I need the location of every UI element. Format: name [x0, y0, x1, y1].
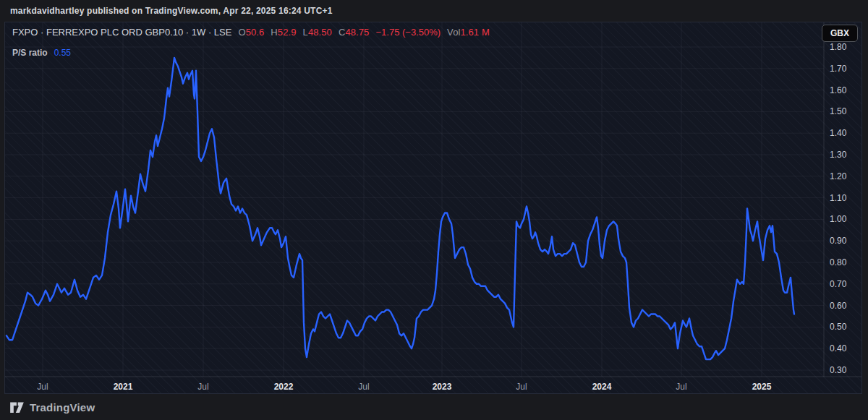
y-axis-label: 0.30: [830, 365, 864, 376]
y-axis-label: 1.70: [830, 64, 864, 74]
x-axis-label: Jul: [498, 382, 545, 392]
x-axis-label: Jul: [20, 382, 66, 392]
y-axis-label: 1.60: [830, 85, 864, 96]
x-axis-label: 2025: [739, 382, 785, 392]
y-axis-label: 0.80: [830, 257, 864, 268]
high-label: H: [271, 27, 278, 38]
publish-text: markdavidhartley published on TradingVie…: [10, 6, 333, 16]
x-axis-label: 2023: [419, 382, 465, 392]
ohlc-high: H52.9: [271, 27, 296, 38]
y-axis-label: 1.80: [830, 42, 864, 53]
y-axis-label: 1.50: [830, 106, 864, 117]
x-axis-label: 2024: [579, 382, 625, 392]
brand-name[interactable]: TradingView: [30, 401, 95, 413]
y-axis-label: 1.00: [830, 214, 864, 225]
change-value: −1.75 (−3.50%): [375, 27, 441, 38]
publish-banner: markdavidhartley published on TradingVie…: [0, 0, 868, 22]
currency-toggle-button[interactable]: GBX: [822, 25, 858, 42]
y-axis-label: 1.10: [830, 193, 864, 204]
price-chart-canvas[interactable]: [5, 22, 861, 393]
y-axis-label: 0.50: [830, 322, 864, 333]
low-label: L: [303, 27, 308, 38]
high-value: 52.9: [278, 27, 297, 38]
chart-legend: FXPO · FERREXPO PLC ORD GBP0.10 · 1W · L…: [12, 27, 490, 38]
volume: Vol1.61 M: [447, 27, 490, 38]
indicator-row[interactable]: P/S ratio 0.55: [12, 48, 71, 58]
x-axis-label: 2021: [100, 382, 146, 392]
x-axis-label: Jul: [658, 382, 705, 392]
symbol-title[interactable]: FXPO · FERREXPO PLC ORD GBP0.10 · 1W · L…: [12, 27, 231, 38]
x-axis-label: 2022: [260, 382, 307, 392]
indicator-value: 0.55: [54, 48, 71, 58]
close-value: 48.75: [345, 27, 369, 38]
open-label: O: [238, 27, 245, 38]
y-axis-label: 0.90: [830, 236, 864, 247]
low-value: 48.50: [308, 27, 332, 38]
y-axis-label: 0.60: [830, 301, 864, 312]
x-axis-label: Jul: [180, 382, 226, 392]
indicator-label: P/S ratio: [12, 48, 48, 58]
y-axis-label: 0.70: [830, 279, 864, 290]
volume-value: 1.61 M: [460, 27, 489, 38]
tradingview-logo-icon[interactable]: [9, 400, 25, 414]
y-axis-label: 1.20: [830, 171, 864, 182]
x-axis-label: Jul: [341, 382, 387, 392]
ohlc-low: L48.50: [303, 27, 332, 38]
ohlc-close: C48.75: [339, 27, 370, 38]
open-value: 50.6: [246, 27, 265, 38]
y-axis-label: 1.30: [830, 150, 864, 160]
brand-footer: TradingView: [0, 395, 868, 420]
ps-ratio-line: [7, 58, 794, 359]
y-axis-label: 0.40: [830, 343, 864, 354]
y-axis-label: 1.40: [830, 128, 864, 139]
ohlc-open: O50.6: [238, 27, 264, 38]
volume-label: Vol: [447, 27, 460, 38]
close-label: C: [339, 27, 346, 38]
chart-pane[interactable]: FXPO · FERREXPO PLC ORD GBP0.10 · 1W · L…: [4, 22, 862, 394]
